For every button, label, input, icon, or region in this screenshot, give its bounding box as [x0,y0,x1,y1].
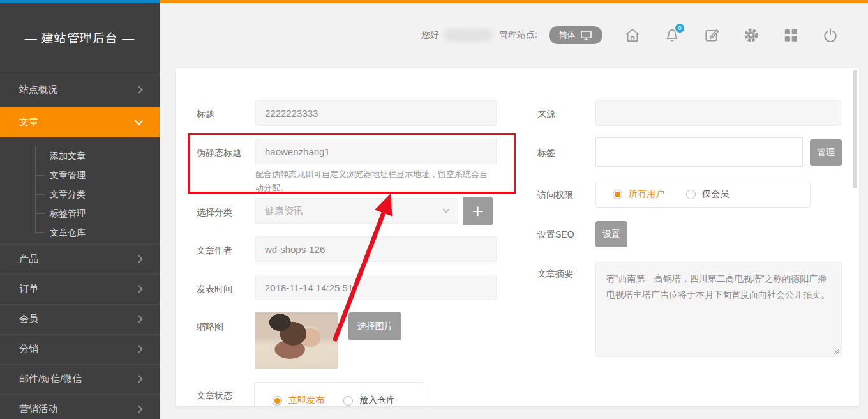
radio-icon [686,190,696,199]
access-radio-group: 所有用户 仅会员 [595,181,811,208]
chevron-right-icon [135,375,143,383]
textarea-resize-grip[interactable] [833,348,839,354]
sidebar-item-label: 邮件/短信/微信 [19,373,136,385]
language-label: 简体 [558,29,575,41]
category-label: 选择分类 [197,207,232,218]
articles-submenu: 添加文章 文章管理 文章分类 标签管理 文章仓库 [0,137,160,247]
greeting-text: 您好 [421,29,439,41]
sidebar-item-label: 营销活动 [19,403,136,415]
slug-label: 伪静态标题 [197,148,241,159]
edit-icon[interactable] [703,27,720,43]
sidebar-item-distribution[interactable]: 分销 [0,334,160,363]
submenu-item-tag-manage[interactable]: 标签管理 [0,204,160,223]
submenu-item-article-manage[interactable]: 文章管理 [0,165,160,185]
manage-site-label: 管理站点: [499,29,537,41]
chevron-right-icon [135,345,143,353]
sidebar-item-label: 文章 [19,116,136,128]
settings-gear-icon[interactable] [743,27,760,43]
tags-input[interactable] [595,137,803,167]
language-switch-button[interactable]: 简体 [549,26,602,44]
sidebar-item-label: 订单 [19,283,136,295]
submenu-item-article-category[interactable]: 文章分类 [0,185,160,204]
home-icon[interactable] [624,27,641,43]
sidebar-item-orders[interactable]: 订单 [0,274,160,303]
app-title: — 建站管理后台 — [0,30,160,47]
status-radio-group: 立即发布 放入仓库 [254,382,424,406]
author-input[interactable] [255,236,497,262]
chevron-right-icon [135,285,143,293]
radio-label: 放入仓库 [359,395,395,406]
publish-time-input[interactable] [255,275,497,300]
sidebar-item-site-overview[interactable]: 站点概况 [0,75,160,104]
access-option-members-only[interactable]: 仅会员 [686,188,729,200]
top-strip-orange [160,0,868,3]
slug-input[interactable] [255,139,497,164]
sidebar-item-label: 站点概况 [19,84,136,96]
sidebar-item-articles[interactable]: 文章 [0,107,160,137]
article-edit-panel: 标题 伪静态标题 配合伪静态规则可自定义浏览器地址栏显示地址，留空系统会自动分配… [176,68,859,406]
sidebar-item-mail-sms-wechat[interactable]: 邮件/短信/微信 [0,364,160,393]
source-input[interactable] [595,100,841,126]
summary-textarea[interactable]: 有“西南第一高钢塔，四川第二高电视塔”之称的德阳广播电视塔主塔广告位将于本月下旬… [595,262,842,357]
publish-time-label: 发表时间 [197,284,232,295]
notifications-icon[interactable]: 0 [664,27,680,43]
status-label: 文章状态 [197,390,232,402]
seo-label: 设置SEO [537,229,574,241]
thumbnail-image [255,312,338,369]
panel-scrollbar[interactable] [853,70,857,188]
power-icon[interactable] [822,27,839,43]
radio-icon [273,396,282,406]
sidebar-item-products[interactable]: 产品 [0,244,160,273]
sidebar: — 建站管理后台 — 站点概况 文章 添加文章 文章管理 文章分类 标签管理 文… [0,3,160,419]
radio-icon [613,190,622,199]
category-selected-value: 健康资讯 [265,205,303,217]
username-blurred [444,29,493,42]
sidebar-item-label: 分销 [19,343,136,355]
sidebar-item-label: 产品 [19,253,136,265]
sidebar-item-members[interactable]: 会员 [0,304,160,333]
chevron-right-icon [135,405,143,413]
status-option-warehouse[interactable]: 放入仓库 [343,395,395,406]
radio-icon [343,396,353,406]
access-option-all-users[interactable]: 所有用户 [613,188,664,200]
manage-tags-button[interactable]: 管理 [810,139,842,166]
status-option-publish[interactable]: 立即发布 [273,395,324,406]
chevron-down-icon [442,206,449,213]
submenu-item-article-warehouse[interactable]: 文章仓库 [0,223,160,242]
add-category-button[interactable]: + [463,197,493,225]
topbar: 您好 管理站点: 简体 0 [421,19,849,51]
monitor-icon [580,30,592,41]
apps-grid-icon[interactable] [782,27,799,43]
sidebar-item-marketing[interactable]: 营销活动 [0,394,160,419]
author-label: 文章作者 [197,245,232,257]
topbar-icons: 0 [624,27,839,43]
chevron-right-icon [135,315,143,323]
tags-label: 标签 [537,148,555,159]
chevron-right-icon [135,86,143,94]
radio-label: 立即发布 [288,395,324,406]
summary-label: 文章摘要 [537,268,573,280]
category-select[interactable]: 健康资讯 [255,198,458,224]
radio-label: 所有用户 [629,188,664,200]
thumbnail-label: 缩略图 [197,321,223,333]
notification-badge: 0 [675,24,684,33]
title-input[interactable] [255,100,497,126]
chevron-down-icon [135,117,143,125]
radio-label: 仅会员 [702,188,729,200]
submenu-item-add-article[interactable]: 添加文章 [0,146,160,165]
source-label: 来源 [537,109,555,120]
chevron-right-icon [135,255,143,263]
sidebar-item-label: 会员 [19,313,136,325]
seo-settings-button[interactable]: 设置 [595,221,627,247]
slug-help-text: 配合伪静态规则可自定义浏览器地址栏显示地址，留空系统会自动分配。 [255,167,495,194]
choose-image-button[interactable]: 选择图片 [348,312,401,340]
access-label: 访问权限 [537,190,573,201]
title-label: 标题 [197,109,214,120]
